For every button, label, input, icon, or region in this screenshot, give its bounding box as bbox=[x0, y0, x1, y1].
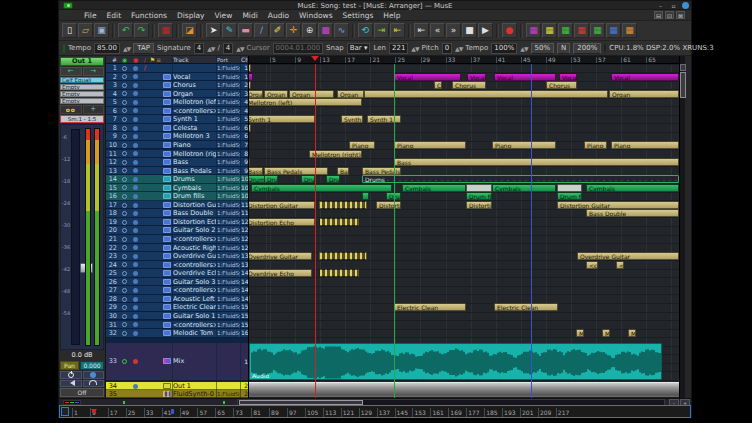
midi-part-mellotron-left-[interactable]: Mellotron (left) bbox=[249, 98, 362, 106]
track-port[interactable]: 1:FluidSy bbox=[216, 303, 240, 312]
track-row-out-1[interactable]: 34Out 12 bbox=[106, 382, 249, 390]
track-channel[interactable]: 6 bbox=[240, 132, 249, 141]
record-arm-icon[interactable] bbox=[122, 168, 127, 173]
song-overview-ruler[interactable]: 1917253341495765738189971051131211291371… bbox=[59, 405, 691, 418]
track-port[interactable]: 1:FluidSy bbox=[216, 124, 240, 133]
mute-dot-icon[interactable] bbox=[133, 108, 138, 113]
midi-part-distortion-echo[interactable]: Distortion Echo bbox=[249, 218, 315, 226]
midi-part-chorus[interactable]: Chorus bbox=[452, 81, 486, 89]
midi-part-drum-fills[interactable]: Drum fills bbox=[466, 192, 492, 200]
track-channel[interactable]: 14 bbox=[240, 278, 249, 287]
track-row--controllers-[interactable]: 31<controllers>1:FluidSy15 bbox=[106, 321, 249, 330]
eraser-tool-button[interactable]: ▬ bbox=[238, 23, 253, 38]
track-name[interactable]: Acoustic Right bbox=[172, 244, 216, 253]
midi-part-drum[interactable]: Drum bbox=[264, 175, 278, 183]
track-channel[interactable]: 15 bbox=[240, 321, 249, 330]
record-arm-icon[interactable] bbox=[122, 245, 127, 250]
track-port[interactable]: 1:FluidSy bbox=[216, 329, 240, 338]
record-arm-icon[interactable] bbox=[122, 271, 127, 276]
track-port[interactable]: 1:FluidSy bbox=[216, 269, 240, 278]
zoom-tool-button[interactable]: ⊕ bbox=[302, 23, 317, 38]
menu-edit[interactable]: Edit bbox=[102, 11, 127, 20]
track-port[interactable]: 1:FluidSy bbox=[216, 312, 240, 321]
record-arm-icon[interactable] bbox=[122, 359, 127, 364]
midi-part-bass-pedals[interactable]: Bass Pedals bbox=[362, 167, 401, 175]
track-port[interactable]: 1:FluidSy bbox=[216, 235, 240, 244]
record-arm-icon[interactable] bbox=[122, 305, 127, 310]
tempo-value[interactable]: 85.00 bbox=[94, 43, 120, 54]
track-port[interactable]: 1:FluidSy bbox=[216, 218, 240, 227]
mute-dot-icon[interactable] bbox=[133, 254, 138, 259]
record-arm-icon[interactable] bbox=[122, 126, 127, 131]
midi-part-distortion[interactable]: Distortion bbox=[466, 201, 492, 209]
record-arm-icon[interactable] bbox=[122, 322, 127, 327]
maximize-button[interactable]: ▫ bbox=[669, 2, 678, 9]
track-port[interactable]: 1:FluidSy bbox=[216, 132, 240, 141]
track-channel[interactable]: 7 bbox=[240, 141, 249, 150]
mute-tool-button[interactable]: ▩ bbox=[318, 23, 333, 38]
midi-part-vocal[interactable]: Vocal bbox=[494, 73, 556, 81]
pan-tool-button[interactable]: ✛ bbox=[286, 23, 301, 38]
pitch-spinner[interactable]: ▲▼ bbox=[455, 45, 462, 52]
mute-dot-icon[interactable] bbox=[133, 297, 138, 302]
midi-part-cymbals[interactable]: Cymbals bbox=[251, 184, 392, 192]
track-port[interactable] bbox=[216, 382, 240, 390]
track-name[interactable]: <controllers> bbox=[172, 107, 216, 116]
midi-part-bass-double[interactable]: Bass Double bbox=[586, 209, 679, 217]
midi-part-cymbals[interactable]: Cymbals bbox=[586, 184, 679, 192]
track-row-mellotron-right-[interactable]: 11Mellotron (right)1:FluidSy8 bbox=[106, 150, 249, 159]
solo-icon[interactable]: ⚑ bbox=[149, 56, 156, 63]
track-row--controllers-[interactable]: 24<controllers>1:FluidSy13 bbox=[106, 261, 249, 270]
track-row-drums[interactable]: 14Drums1:FluidSy10 bbox=[106, 175, 249, 184]
track-channel[interactable]: 1 bbox=[240, 73, 249, 82]
menu-help[interactable]: Help bbox=[378, 11, 405, 20]
mute-dot-icon[interactable] bbox=[133, 203, 138, 208]
track-port[interactable]: 1:FluidSy bbox=[216, 90, 240, 99]
record-arm-icon[interactable] bbox=[122, 331, 127, 336]
record-arm-icon[interactable] bbox=[122, 100, 127, 105]
track-name[interactable]: Celesta bbox=[172, 124, 216, 133]
pointer-tool-button[interactable]: ➤ bbox=[206, 23, 221, 38]
midi-part-bass-pedals[interactable]: Bass Pedals bbox=[264, 167, 328, 175]
midi-part[interactable] bbox=[466, 184, 492, 192]
mute-icon[interactable]: ● bbox=[130, 56, 141, 63]
track-row-mellotron-3[interactable]: 9Mellotron 31:FluidSy6 bbox=[106, 132, 249, 141]
record-arm-icon[interactable] bbox=[122, 254, 127, 259]
mute-dot-icon[interactable] bbox=[133, 177, 138, 182]
track-channel[interactable]: 14 bbox=[240, 286, 249, 295]
midi-part[interactable] bbox=[557, 184, 582, 192]
track-channel[interactable]: 10 bbox=[240, 175, 249, 184]
track-name[interactable]: Vocal bbox=[172, 73, 216, 82]
record-arm-icon[interactable] bbox=[122, 314, 127, 319]
track-row-overdrive-echo[interactable]: 25Overdrive Echo1:FluidSy14 bbox=[106, 269, 249, 278]
mute-dot-icon[interactable] bbox=[133, 74, 138, 79]
sig-den-spinner[interactable]: ▲▼ bbox=[236, 45, 243, 52]
track-name[interactable]: Mellotron 3 bbox=[172, 132, 216, 141]
track-channel[interactable]: 9 bbox=[240, 158, 249, 167]
track-channel[interactable]: 12 bbox=[240, 244, 249, 253]
track-name[interactable]: Guitar Solo 3 bbox=[172, 278, 216, 287]
signature-numerator[interactable]: 4 bbox=[194, 43, 204, 54]
track-row--controllers-[interactable]: 21<controllers>1:FluidSy12 bbox=[106, 235, 249, 244]
midi-part-vocal[interactable]: Vocal bbox=[611, 73, 679, 81]
track-row-bass-pedals[interactable]: 13Bass Pedals1:FluidSy9 bbox=[106, 167, 249, 176]
track-port[interactable]: 1:FluidSy bbox=[216, 226, 240, 235]
overview-right-locator[interactable] bbox=[171, 409, 174, 414]
midi-part-m[interactable]: M bbox=[602, 329, 610, 337]
record-button[interactable]: ● bbox=[502, 23, 517, 38]
mute-dot-icon[interactable] bbox=[133, 168, 138, 173]
vscroll-handle[interactable] bbox=[680, 72, 686, 98]
track-channel[interactable]: 4 bbox=[240, 107, 249, 116]
mute-dot-icon[interactable] bbox=[133, 151, 138, 156]
track-row-mix[interactable]: 33Mix1 bbox=[106, 343, 249, 381]
minimize-button[interactable]: – bbox=[656, 2, 665, 9]
play-button[interactable]: ▶ bbox=[478, 23, 493, 38]
track-port[interactable]: 1:FluidSy bbox=[216, 201, 240, 210]
track-row-organ[interactable]: 4Organ1:FluidSy3 bbox=[106, 90, 249, 99]
toggle-master-button[interactable]: ▦ bbox=[606, 23, 621, 38]
track-port[interactable]: 1:FluidSy bbox=[216, 252, 240, 261]
mute-dot-icon[interactable] bbox=[133, 211, 138, 216]
punch-out-button[interactable]: ⇤ bbox=[390, 23, 405, 38]
mute-dot-icon[interactable] bbox=[133, 83, 138, 88]
mdi-minimize-button[interactable]: ⊟ bbox=[654, 11, 663, 19]
